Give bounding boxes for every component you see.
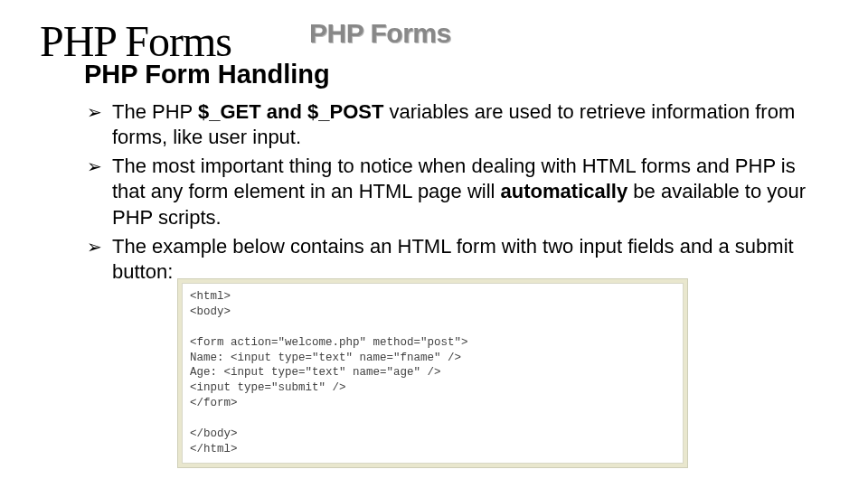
bullet-marker-icon: ➢ [87, 234, 112, 285]
bullet-text: The example below contains an HTML form … [112, 234, 814, 285]
bullet-item: ➢The most important thing to notice when… [87, 154, 814, 230]
page-title: PHP Forms [40, 16, 231, 66]
code-example: <html> <body> <form action="welcome.php"… [182, 283, 684, 464]
bullet-text: The most important thing to notice when … [112, 154, 814, 230]
bullet-text: The PHP $_GET and $_POST variables are u… [112, 99, 814, 150]
bullet-item: ➢The example below contains an HTML form… [87, 234, 814, 285]
slide: PHP Forms PHP Forms PHP Form Handling ➢T… [0, 0, 868, 488]
bullet-marker-icon: ➢ [87, 154, 112, 230]
section-heading: PHP Form Handling [84, 60, 330, 89]
bullet-list: ➢The PHP $_GET and $_POST variables are … [87, 99, 814, 288]
graphic-title: PHP Forms [309, 18, 451, 49]
graphic-title-wrap: PHP Forms [309, 18, 451, 49]
code-example-box: <html> <body> <form action="welcome.php"… [177, 278, 688, 468]
bullet-marker-icon: ➢ [87, 99, 112, 150]
bullet-item: ➢The PHP $_GET and $_POST variables are … [87, 99, 814, 150]
